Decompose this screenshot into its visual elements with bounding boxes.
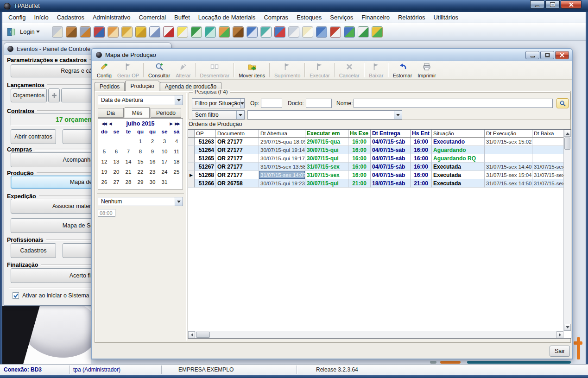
chevron-down-icon[interactable]: [236, 111, 244, 119]
table-row[interactable]: ▶51268OR 2717731/07/15-sex 14:0731/07/15…: [188, 171, 571, 179]
table-export-icon[interactable]: [219, 26, 230, 38]
cell-dt-baixa[interactable]: 31/07/15-sex: [532, 171, 564, 179]
sair-button[interactable]: Sair: [550, 346, 570, 357]
row-selector[interactable]: [188, 146, 195, 154]
calendar-day[interactable]: 30: [146, 177, 158, 187]
calendar-day[interactable]: 27: [110, 177, 122, 187]
calendar-day[interactable]: 13: [110, 157, 122, 167]
cell-situacao[interactable]: Aguardando: [432, 146, 485, 154]
cell-executar-em[interactable]: 30/07/15-qui: [305, 154, 348, 163]
calendar-day[interactable]: 9: [146, 146, 158, 157]
cell-situacao[interactable]: Aguardando RQ: [432, 154, 485, 163]
minimize-button[interactable]: [530, 0, 544, 9]
cell-hs-ent[interactable]: 16:00: [411, 138, 432, 146]
cell-documento[interactable]: OR 27177: [216, 163, 259, 171]
column-header-situacao[interactable]: Situação: [432, 130, 485, 137]
page-teal-icon[interactable]: [205, 26, 216, 38]
cell-dt-baixa[interactable]: [532, 138, 564, 146]
tools-icon[interactable]: [80, 26, 91, 38]
book-open-icon[interactable]: [260, 26, 272, 38]
tags-icon[interactable]: [135, 26, 146, 38]
cell-dt-execucao[interactable]: 31/07/15-sex 14:50: [485, 179, 532, 188]
copy-pages-icon[interactable]: [149, 26, 160, 38]
briefcase-icon[interactable]: [233, 26, 244, 38]
print-icon[interactable]: [52, 26, 63, 38]
cell-hs-ent[interactable]: 16:00: [411, 171, 432, 179]
menu-loca-o-de-materiais[interactable]: Locação de Materiais: [194, 13, 260, 22]
period-tab-mes[interactable]: Mês: [125, 107, 150, 118]
executar-button[interactable]: Executar: [307, 62, 332, 79]
abrir-contratos-button[interactable]: Abrir contratos: [11, 129, 56, 144]
column-header-documento[interactable]: Documento: [216, 130, 259, 137]
cell-hs-exe[interactable]: 16:00: [348, 138, 371, 146]
chevron-down-icon[interactable]: [175, 95, 183, 105]
cell-hs-ent[interactable]: 21:00: [411, 179, 432, 188]
secondary-filter-combo[interactable]: Nenhum: [98, 197, 183, 206]
period-tab-periodo[interactable]: Período: [151, 108, 181, 118]
cell-op[interactable]: 51263: [195, 138, 216, 146]
cell-documento[interactable]: OR 27177: [216, 138, 259, 146]
prev-month-icon[interactable]: ◀: [107, 121, 113, 126]
next-month-icon[interactable]: ▶: [168, 121, 173, 126]
filter-value-combo[interactable]: [247, 110, 402, 120]
cell-documento[interactable]: OR 27177: [216, 146, 259, 154]
column-header-dt-abertura[interactable]: Dt Abertura: [259, 130, 305, 137]
calendar-day[interactable]: 22: [134, 167, 146, 177]
cell-hs-exe[interactable]: 16:00: [348, 171, 371, 179]
column-header-dt-execucao[interactable]: Dt Execução: [485, 130, 532, 137]
cell-hs-exe[interactable]: 21:00: [348, 179, 371, 188]
desmembrar-button[interactable]: Desmembrar: [197, 62, 233, 79]
calendar-day[interactable]: 20: [110, 167, 122, 177]
sem-filtro-combo[interactable]: Sem filtro: [192, 110, 245, 120]
situacao-filter-combo[interactable]: Filtro por Situação: [192, 98, 245, 108]
cell-dt-abertura[interactable]: 31/07/15-sex 13:58: [259, 163, 305, 171]
cell-dt-execucao[interactable]: 31/07/15-sex 14:40: [485, 163, 532, 171]
scroll-up-button[interactable]: [564, 130, 571, 137]
menu-in-cio[interactable]: Início: [30, 13, 53, 22]
cell-op[interactable]: 51265: [195, 154, 216, 163]
menu-relat-rios[interactable]: Relatórios: [394, 13, 430, 22]
calendar-day[interactable]: 24: [158, 167, 171, 177]
cell-situacao[interactable]: Executada: [432, 171, 485, 179]
chevron-down-icon[interactable]: [175, 197, 183, 206]
checklist-icon[interactable]: [163, 26, 174, 38]
nome-input[interactable]: [354, 99, 553, 108]
column-header-hs-exe[interactable]: Hs Exe: [348, 130, 371, 137]
cell-dt-baixa[interactable]: 31/07/15-sex: [532, 163, 564, 171]
cell-hs-ent[interactable]: 16:00: [411, 154, 432, 163]
cell-situacao[interactable]: Executada: [432, 163, 485, 171]
horizontal-scroll-thumb[interactable]: [196, 332, 210, 338]
calendar-day[interactable]: 5: [98, 146, 110, 157]
calendar-day[interactable]: 8: [134, 146, 146, 157]
alterar-button[interactable]: Alterar: [173, 62, 193, 79]
cell-situacao[interactable]: Executando: [432, 138, 485, 146]
cell-executar-em[interactable]: 30/07/15-qui: [305, 146, 348, 154]
op-input[interactable]: [261, 99, 282, 108]
table-row[interactable]: 51265OR 2717730/07/15-qui 19:1730/07/15-…: [188, 154, 571, 163]
imprimir-button[interactable]: Imprimir: [415, 62, 439, 79]
horizontal-scrollbar[interactable]: [188, 331, 563, 338]
chevron-down-icon[interactable]: [240, 99, 244, 108]
period-tab-dia[interactable]: Dia: [98, 108, 124, 118]
row-selector[interactable]: [188, 138, 195, 146]
table-row[interactable]: 51267OR 2717731/07/15-sex 13:5831/07/15-…: [188, 163, 571, 171]
phone-icon[interactable]: [121, 26, 133, 38]
menu-utilit-rios[interactable]: Utilitários: [429, 13, 462, 22]
book-blue-icon[interactable]: [247, 26, 258, 38]
consultar-button[interactable]: Consultar: [145, 62, 173, 79]
close-button[interactable]: [561, 0, 582, 9]
login-button[interactable]: Login: [20, 28, 35, 35]
chevron-down-icon[interactable]: [394, 111, 402, 119]
login-dropdown-arrow[interactable]: [36, 31, 40, 35]
cell-dt-baixa[interactable]: [532, 146, 564, 154]
cell-hs-exe[interactable]: 16:00: [348, 154, 371, 163]
scroll-right-button[interactable]: [556, 331, 563, 338]
add-orcamento-button[interactable]: [48, 88, 60, 102]
calendar-day[interactable]: 14: [122, 157, 134, 167]
cell-documento[interactable]: OR 27177: [216, 171, 259, 179]
column-header-dt-entrega[interactable]: Dt Entrega: [371, 130, 411, 137]
calendar-day[interactable]: 29: [134, 177, 146, 187]
table-row[interactable]: 51264OR 2717730/07/15-qui 19:1430/07/15-…: [188, 146, 571, 154]
checkbox-checked[interactable]: [13, 292, 19, 299]
cell-dt-abertura[interactable]: 31/07/15-sex 14:07: [259, 171, 305, 179]
